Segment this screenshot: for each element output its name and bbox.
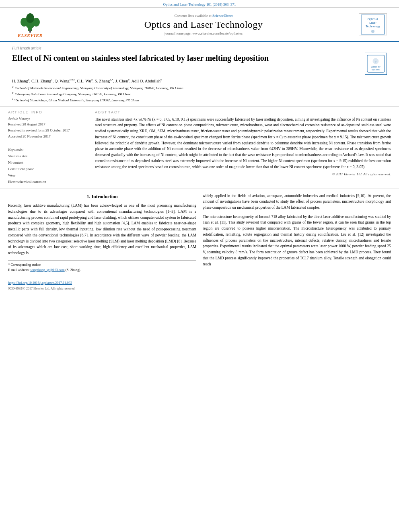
affiliation-b: b ᵃ Shenyang Dalu Laser Technology Compa… <box>12 91 387 97</box>
intro-left-col: 1. Introduction Recently, laser additive… <box>8 193 196 292</box>
journal-homepage: journal homepage: www.elsevier.com/locat… <box>52 31 355 35</box>
doi-line: https://doi.org/10.1016/j.optlastec.2017… <box>8 280 196 286</box>
check-updates-badge: ✓ Check for updates <box>365 53 387 75</box>
article-info-header: ARTICLE INFO <box>8 110 88 114</box>
check-updates-icon: ✓ Check for updates <box>367 55 385 73</box>
abstract-header: ABSTRACT <box>95 110 391 114</box>
blank-line <box>8 275 196 280</box>
svg-text:Technology: Technology <box>366 25 380 28</box>
introduction-section: 1. Introduction Recently, laser additive… <box>8 193 391 292</box>
journal-title: Optics and Laser Technology <box>52 19 355 30</box>
svg-text:Laser: Laser <box>369 21 376 24</box>
abstract-text: The novel stainless steel +x wt.% Ni (x … <box>95 117 391 170</box>
authors-line: H. Zhanga, C.H. Zhanga, Q. Wanga,b,c, C.… <box>12 78 387 83</box>
article-title-row: Effect of Ni content on stainless steel … <box>12 53 387 75</box>
elsevier-logo: ELSEVIER <box>8 11 52 38</box>
keyword-1: Stainless steel <box>8 153 88 159</box>
elsevier-tree-icon <box>16 11 44 33</box>
science-direct-link[interactable]: ScienceDirect <box>212 14 232 18</box>
article-received-date: Received 28 August 2017 Received in revi… <box>8 121 88 140</box>
intro-paragraph-1: Recently, laser additive manufacturing (… <box>8 203 196 256</box>
svg-point-10 <box>371 30 374 33</box>
affiliation-a: a ᵄ School of Materials Science and Engi… <box>12 85 387 91</box>
journal-logo-area: Optics & Laser Technology <box>355 13 391 35</box>
intro-paragraph-3: The microstructure heterogeneity of Inco… <box>203 214 391 267</box>
copyright-line: © 2017 Elsevier Ltd. All rights reserved… <box>95 172 391 176</box>
science-direct-text: Contents lists available at ScienceDirec… <box>52 14 355 18</box>
keyword-4: Wear <box>8 172 88 179</box>
section-1-title: 1. Introduction <box>8 193 196 201</box>
keywords-label: Keywords: <box>8 148 88 152</box>
main-content: 1. Introduction Recently, laser additive… <box>0 189 399 296</box>
keywords-list: Stainless steel Ni content Constituent p… <box>8 153 88 185</box>
journal-header-center: Contents lists available at ScienceDirec… <box>52 14 355 35</box>
journal-citation: Optics and Laser Technology 101 (2018) 3… <box>163 2 236 6</box>
article-title: Effect of Ni content on stainless steel … <box>12 53 365 63</box>
doi-link[interactable]: https://doi.org/10.1016/j.optlastec.2017… <box>8 281 72 285</box>
affiliation-c: c ᶜ School of Stomatology, China Medical… <box>12 97 387 103</box>
article-history-label: Article history: <box>8 117 88 121</box>
article-history-section: Article history: Received 28 August 2017… <box>8 117 88 140</box>
keyword-5: Electrochemical corrosion <box>8 179 88 185</box>
keyword-3: Constituent phase <box>8 166 88 172</box>
svg-text:Check for: Check for <box>371 66 380 68</box>
divider <box>8 145 88 145</box>
article-type-label: Full length article <box>12 46 387 50</box>
elsevier-label: ELSEVIER <box>18 33 43 38</box>
keywords-section: Keywords: Stainless steel Ni content Con… <box>8 148 88 185</box>
svg-text:✓: ✓ <box>374 60 377 64</box>
journal-top-bar: Optics and Laser Technology 101 (2018) 3… <box>0 0 399 8</box>
article-header: Full length article Effect of Ni content… <box>0 42 399 107</box>
intro-paragraph-2: widely applied in the fields of aviation… <box>203 193 391 211</box>
abstract-column: ABSTRACT The novel stainless steel +x wt… <box>95 110 391 185</box>
journal-header: ELSEVIER Contents lists available at Sci… <box>0 8 399 42</box>
affiliations: a ᵄ School of Materials Science and Engi… <box>12 85 387 103</box>
corresponding-author-note: * Corresponding author. <box>8 262 196 267</box>
issn-line: 0030-3992/© 2017 Elsevier Ltd. All right… <box>8 286 196 291</box>
svg-text:Optics &: Optics & <box>368 18 378 21</box>
journal-badge-icon: Optics & Laser Technology <box>361 14 385 35</box>
email-note: E-mail address: songzhang_sy@163.com (S.… <box>8 267 196 273</box>
svg-text:updates: updates <box>372 68 380 71</box>
svg-rect-5 <box>29 30 31 33</box>
journal-logo-badge: Optics & Laser Technology <box>359 13 387 35</box>
intro-right-col: widely applied in the fields of aviation… <box>203 193 391 292</box>
email-link[interactable]: songzhang_sy@163.com <box>30 268 65 272</box>
svg-point-4 <box>26 13 34 23</box>
article-info-abstract-section: ARTICLE INFO Article history: Received 2… <box>0 107 399 189</box>
keyword-2: Ni content <box>8 159 88 166</box>
article-info-column: ARTICLE INFO Article history: Received 2… <box>8 110 88 185</box>
footnote-section: * Corresponding author. E-mail address: … <box>8 260 196 292</box>
